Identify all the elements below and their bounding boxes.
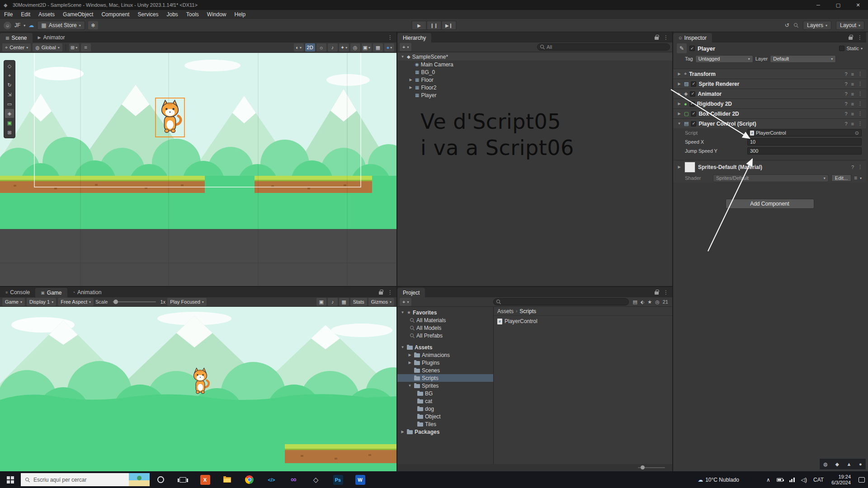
tray-flyout-icon-2[interactable]: ◆ (835, 461, 839, 467)
enabled-checkbox[interactable]: ✓ (691, 111, 696, 117)
folder-scenes[interactable]: Scenes (397, 366, 493, 374)
tab-hierarchy[interactable]: Hierarchy (397, 33, 431, 42)
tab-console[interactable]: ≡ Console (0, 287, 35, 297)
show-hidden-icons-button[interactable]: ∧ (763, 477, 774, 483)
volume-button[interactable]: ◁) (798, 477, 810, 483)
tray-flyout-icon-4[interactable]: ● (859, 461, 862, 467)
hierarchy-item-floor[interactable]: ▶ ▦ Floor (397, 76, 672, 84)
component-rigidbody2d[interactable]: ▶ ● ✓ Rigidbody 2D ?≡⋮ (673, 99, 866, 108)
taskbar-search-input[interactable]: Escriu aquí per cercar (21, 473, 150, 486)
hierarchy-menu-icon[interactable]: ⋮ (663, 34, 669, 41)
orientation-dropdown[interactable]: ◍ Global ▾ (33, 43, 62, 52)
language-button[interactable]: CAT (810, 477, 827, 483)
object-picker-icon[interactable]: ⊙ (855, 130, 859, 136)
cloud-icon[interactable]: ☁ (28, 22, 34, 28)
menu-services[interactable]: Services (133, 10, 162, 19)
component-player-control[interactable]: ▼ ▤ ✓ Player Control (Script) ?≡⋮ (673, 118, 866, 128)
favorite-all-prefabs[interactable]: All Prefabs (397, 332, 493, 339)
enabled-checkbox[interactable]: ✓ (690, 91, 695, 97)
visual-studio-button[interactable]: ∞ (283, 471, 305, 488)
2d-mode-toggle[interactable]: 2D (305, 43, 315, 52)
move-tool-button[interactable]: ⌖ (5, 71, 14, 80)
script-object-field[interactable]: # PlayerControl ⊙ (747, 129, 862, 136)
grid-visibility-button[interactable]: ▦ (373, 43, 383, 52)
project-menu-icon[interactable]: ⋮ (663, 289, 669, 296)
help-icon[interactable]: ? (844, 71, 847, 77)
app-orange-button[interactable]: X (194, 471, 216, 488)
preset-icon[interactable]: ≡ (851, 101, 854, 107)
shader-dropdown[interactable]: Sprites/Default ▾ (713, 174, 829, 182)
folder-scripts[interactable]: Scripts (397, 374, 493, 382)
component-menu-icon[interactable]: ⋮ (858, 91, 863, 97)
menu-tools[interactable]: Tools (182, 10, 203, 19)
hierarchy-scene-row[interactable]: ▼ ◆ SampleScene* (397, 53, 672, 61)
folder-bg[interactable]: BG (397, 389, 493, 397)
task-view-button[interactable] (172, 471, 194, 488)
enabled-checkbox[interactable]: ✓ (691, 81, 696, 87)
thumbnail-size-slider[interactable] (638, 467, 665, 468)
menu-help[interactable]: Help (231, 10, 250, 19)
project-search-input[interactable] (493, 298, 629, 305)
enabled-checkbox[interactable]: ✓ (691, 121, 696, 127)
folder-animacions[interactable]: ▶ Animacions (397, 351, 493, 359)
inspector-lock-icon[interactable] (849, 37, 853, 40)
stats-button[interactable]: Stats (350, 298, 367, 306)
edit-collider-button[interactable]: ▣ (5, 118, 14, 127)
folder-sprites[interactable]: ▼ Sprites (397, 382, 493, 389)
preset-icon[interactable]: ≡ (851, 111, 854, 117)
breadcrumb-assets[interactable]: Assets (497, 308, 514, 314)
shader-menu-caret-icon[interactable]: ▾ (860, 176, 862, 180)
shading-mode-button[interactable]: ◐▾ (294, 43, 304, 52)
menu-assets[interactable]: Assets (34, 10, 59, 19)
material-menu-icon[interactable]: ⋮ (858, 164, 863, 170)
foldout-icon[interactable]: ▶ (408, 78, 413, 82)
menu-window[interactable]: Window (203, 10, 231, 19)
scene-visibility-toggle[interactable]: ◎ (350, 43, 360, 52)
tab-project[interactable]: Project (397, 288, 425, 297)
rect-tool-button[interactable]: ▭ (5, 99, 14, 108)
vscode-button[interactable]: </> (260, 471, 283, 488)
jump-speed-y-input[interactable]: 300 (747, 147, 862, 155)
favorites-root[interactable]: ▼ ★ Favorites (397, 309, 493, 316)
tab-animation[interactable]: ◔ Animation (67, 287, 107, 297)
file-playercontrol[interactable]: # PlayerControl (494, 317, 672, 325)
preset-icon[interactable]: ≡ (851, 71, 854, 77)
material-header[interactable]: ▶ Sprites-Default (Material) ?⋮ (673, 160, 866, 174)
preset-icon[interactable]: ≡ (851, 81, 854, 87)
capture-icon[interactable]: ▣ (316, 298, 326, 306)
menu-jobs[interactable]: Jobs (162, 10, 182, 19)
favorite-all-materials[interactable]: All Materials (397, 316, 493, 324)
weather-widget[interactable]: ☁ 10°C Nublado (694, 477, 742, 483)
pivot-dropdown[interactable]: ⌖ Center ▾ (2, 43, 31, 52)
layer-dropdown[interactable]: Default ▾ (770, 55, 836, 63)
folder-dog[interactable]: dog (397, 405, 493, 413)
hierarchy-item-main-camera[interactable]: ◉ Main Camera (397, 61, 672, 68)
component-menu-icon[interactable]: ⋮ (858, 71, 863, 77)
chrome-button[interactable] (238, 471, 260, 488)
scene-view-canvas[interactable]: ◇ ⌖ ↻ ⇲ ▭ ◈ ▣ ⊞ (0, 53, 396, 286)
folder-cat[interactable]: cat (397, 397, 493, 405)
transform-tool-button[interactable]: ◈ (5, 109, 14, 118)
cortana-button[interactable] (150, 471, 172, 488)
component-menu-icon[interactable]: ⋮ (858, 121, 863, 127)
lock-icon[interactable] (379, 291, 383, 295)
foldout-icon[interactable]: ▼ (400, 55, 405, 59)
snap-increment-button[interactable]: ⌗ (81, 43, 91, 52)
battery-button[interactable] (774, 478, 786, 482)
foldout-icon[interactable]: ▶ (677, 102, 682, 106)
hierarchy-item-floor2[interactable]: ▶ ▦ Floor2 (397, 84, 672, 91)
tab-game[interactable]: ▣ Game (35, 288, 67, 297)
game-panel-menu-icon[interactable]: ⋮ (387, 289, 393, 296)
play-focused-dropdown[interactable]: Play Focused ▾ (167, 298, 207, 306)
account-avatar[interactable]: ☺ (4, 22, 11, 29)
assets-root[interactable]: ▼ Assets (397, 343, 493, 351)
tray-flyout-icon-1[interactable]: ◍ (823, 461, 828, 467)
hierarchy-add-button[interactable]: +▾ (400, 43, 411, 51)
effects-dropdown[interactable]: ✦▾ (339, 43, 349, 52)
scale-slider[interactable] (113, 301, 156, 302)
word-button[interactable]: W (349, 471, 371, 488)
search-icon[interactable] (794, 23, 798, 28)
minimize-button[interactable]: ─ (808, 0, 828, 10)
gizmos-dropdown[interactable]: Gizmos ▾ (368, 298, 394, 306)
foldout-icon[interactable]: ▶ (677, 165, 682, 169)
